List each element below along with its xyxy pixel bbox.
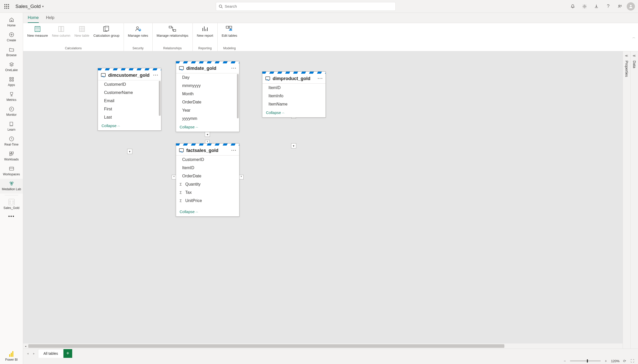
field-row[interactable]: OrderDate <box>176 98 239 106</box>
field-row[interactable]: Year <box>176 106 239 114</box>
field-row[interactable]: ΣUnitPrice <box>176 197 239 205</box>
rail-create[interactable]: Create <box>0 30 23 45</box>
field-row[interactable]: yyyymm <box>176 114 239 123</box>
rail-medallion-lab[interactable]: Medallion Lab <box>0 179 23 194</box>
title-dropdown[interactable]: Sales_Gold ▾ <box>15 4 44 9</box>
table-dimcustomer[interactable]: dimcustomer_gold ··· CustomerID Customer… <box>98 68 161 131</box>
svg-rect-14 <box>12 152 13 154</box>
manage-relationships-button[interactable]: Manage relationships <box>155 24 191 39</box>
monitor-icon <box>9 106 14 112</box>
field-row[interactable]: ItemInfo <box>262 92 326 100</box>
new-measure-button[interactable]: New measure <box>25 24 50 39</box>
svg-point-4 <box>621 5 622 6</box>
powerbi-icon <box>9 351 14 357</box>
rail-apps[interactable]: Apps <box>0 74 23 89</box>
sigma-icon: Σ <box>180 190 183 195</box>
field-row[interactable]: Last <box>98 113 161 121</box>
notifications-button[interactable] <box>568 1 578 12</box>
ribbon-collapse-button[interactable]: ︿ <box>632 35 635 39</box>
field-row[interactable]: ItemName <box>262 100 326 108</box>
search-input[interactable] <box>225 4 393 8</box>
app-launcher[interactable] <box>3 3 10 10</box>
table-scrollbar[interactable] <box>159 81 161 116</box>
table-dimdate[interactable]: dimdate_gold ··· Day mmmyyyy Month Order… <box>176 61 239 132</box>
scroll-thumb[interactable] <box>28 344 504 348</box>
table-more-button[interactable]: ··· <box>231 66 237 71</box>
table-more-button[interactable]: ··· <box>231 148 237 153</box>
ribbon-tab-home[interactable]: Home <box>28 13 39 23</box>
field-row[interactable]: ΣQuantity <box>176 180 239 188</box>
rail-powerbi-label: Power BI <box>5 358 18 361</box>
user-avatar[interactable] <box>627 2 635 11</box>
rail-powerbi[interactable]: Power BI <box>0 349 23 364</box>
scroll-left-arrow[interactable]: ◂ <box>23 345 28 348</box>
model-canvas[interactable]: 1 ◂ * 1 ▾ * 1 ▾ * dimcustomer_gold ··· C… <box>23 51 638 349</box>
download-button[interactable] <box>591 1 602 12</box>
zoom-in-button[interactable]: + <box>603 358 608 363</box>
help-button[interactable]: ? <box>603 1 613 12</box>
page-tab-all-tables[interactable]: All tables <box>38 349 63 358</box>
rail-metrics[interactable]: Metrics <box>0 89 23 104</box>
rail-monitor-label: Monitor <box>6 113 16 117</box>
rail-learn[interactable]: Learn <box>0 119 23 134</box>
table-name: factsales_gold <box>186 148 218 153</box>
workloads-icon <box>9 151 14 157</box>
rail-workloads[interactable]: Workloads <box>0 149 23 164</box>
table-factsales[interactable]: factsales_gold ··· CustomerID ItemID Ord… <box>176 143 239 217</box>
slider-knob[interactable] <box>587 359 588 362</box>
collapse-button[interactable]: Collapse ︿ <box>266 110 285 115</box>
zoom-slider[interactable] <box>570 360 601 361</box>
svg-point-2 <box>584 6 585 7</box>
ribbon-tab-help[interactable]: Help <box>46 13 54 23</box>
field-row[interactable]: ItemID <box>176 164 239 172</box>
rail-monitor[interactable]: Monitor <box>0 104 23 119</box>
field-row[interactable]: ΣTax <box>176 188 239 197</box>
more-icon: ••• <box>8 214 15 219</box>
field-row[interactable]: CustomerID <box>176 156 239 164</box>
feedback-button[interactable] <box>615 1 625 12</box>
collapse-button[interactable]: Collapse ︿ <box>101 123 120 128</box>
collapse-button[interactable]: Collapse ︿ <box>180 209 198 214</box>
table-more-button[interactable]: ··· <box>153 73 159 78</box>
ribbon-group-modeling-label: Modeling <box>223 46 236 51</box>
field-row[interactable]: OrderDate <box>176 172 239 180</box>
new-report-button[interactable]: New report <box>195 24 215 39</box>
global-search[interactable] <box>216 2 396 11</box>
rail-home[interactable]: Home <box>0 15 23 30</box>
table-dimproduct[interactable]: dimproduct_gold ··· ItemID ItemInfo Item… <box>262 71 326 118</box>
rail-more[interactable]: ••• <box>0 212 23 221</box>
manage-roles-button[interactable]: Manage roles <box>126 24 150 39</box>
add-page-button[interactable]: + <box>63 349 72 358</box>
workspaces-icon <box>9 166 14 171</box>
zoom-out-button[interactable]: − <box>562 358 567 363</box>
relationships-icon <box>169 25 176 33</box>
rail-realtime[interactable]: Real-Time <box>0 134 23 149</box>
table-more-button[interactable]: ··· <box>318 76 323 81</box>
field-row[interactable]: CustomerID <box>98 80 161 89</box>
field-row[interactable]: CustomerName <box>98 89 161 97</box>
rail-workspaces[interactable]: Workspaces <box>0 164 23 179</box>
field-row[interactable]: Email <box>98 97 161 105</box>
svg-rect-35 <box>226 26 229 28</box>
horizontal-scrollbar[interactable]: ◂ ▸ <box>23 343 633 349</box>
calculation-group-button[interactable]: Calculation group <box>91 24 122 39</box>
collapse-button[interactable]: Collapse ︿ <box>180 125 198 129</box>
field-row[interactable]: Day <box>176 73 239 82</box>
tab-nav-next[interactable]: ▸ <box>31 350 37 357</box>
table-scrollbar[interactable] <box>237 74 239 118</box>
rail-sales-gold[interactable]: ⋮⋮ Sales_Gold <box>0 197 23 212</box>
reset-zoom-button[interactable]: ⟳ <box>622 358 627 363</box>
field-row[interactable]: First <box>98 105 161 113</box>
rail-onelake[interactable]: OneLake <box>0 60 23 74</box>
field-row[interactable]: Month <box>176 90 239 98</box>
tab-nav-prev[interactable]: ◂ <box>25 350 31 357</box>
rail-browse[interactable]: Browse <box>0 45 23 60</box>
fit-to-page-button[interactable]: ⛶ <box>630 358 635 363</box>
data-panel-collapsed[interactable]: ≪ Data <box>630 51 638 349</box>
rail-onelake-label: OneLake <box>5 68 18 72</box>
properties-panel-collapsed[interactable]: ≪ Properties <box>623 51 630 349</box>
edit-tables-button[interactable]: Edit tables <box>220 24 239 39</box>
field-row[interactable]: ItemID <box>262 84 326 92</box>
settings-button[interactable] <box>579 1 590 12</box>
field-row[interactable]: mmmyyyy <box>176 82 239 90</box>
